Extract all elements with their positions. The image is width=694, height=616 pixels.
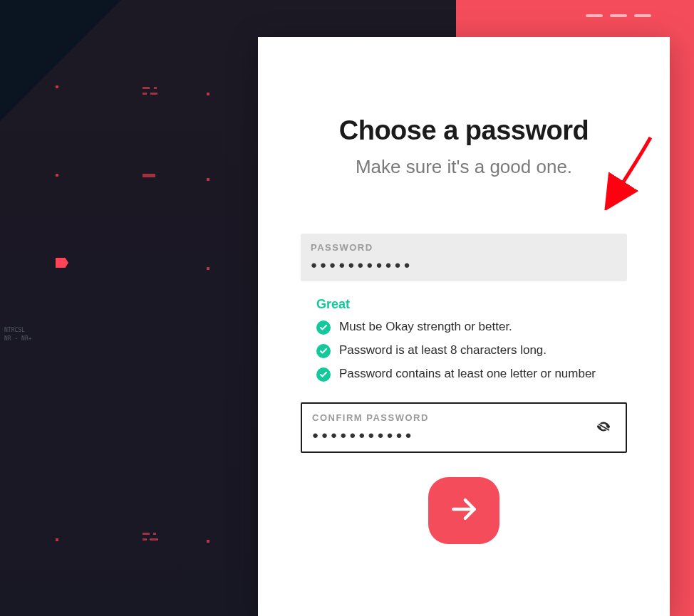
- check-icon: [316, 367, 331, 382]
- page-title: Choose a password: [301, 115, 627, 146]
- page-subtitle: Make sure it's a good one.: [301, 156, 627, 178]
- password-form-card: Choose a password Make sure it's a good …: [258, 37, 670, 616]
- progress-segment: [634, 14, 651, 17]
- password-rule: Must be Okay strength or better.: [316, 319, 627, 335]
- password-rule: Password contains at least one letter or…: [316, 366, 627, 382]
- arrow-right-icon: [448, 494, 480, 527]
- password-field[interactable]: PASSWORD: [301, 234, 627, 281]
- password-rule: Password is at least 8 characters long.: [316, 343, 627, 359]
- confirm-password-field[interactable]: CONFIRM PASSWORD: [301, 402, 627, 453]
- password-label: PASSWORD: [311, 242, 617, 253]
- check-icon: [316, 344, 331, 358]
- next-button[interactable]: [428, 477, 499, 544]
- progress-segment: [586, 14, 603, 17]
- progress-segment: [610, 14, 627, 17]
- progress-indicator: [586, 14, 651, 17]
- password-rule-text: Password is at least 8 characters long.: [339, 343, 547, 359]
- password-input[interactable]: [311, 259, 617, 271]
- eye-off-icon: [594, 419, 613, 437]
- confirm-password-input[interactable]: [312, 429, 587, 441]
- password-rule-text: Password contains at least one letter or…: [339, 366, 596, 382]
- strength-label: Great: [316, 297, 627, 312]
- password-strength-block: Great Must be Okay strength or better. P…: [301, 297, 627, 382]
- confirm-password-label: CONFIRM PASSWORD: [312, 412, 616, 423]
- toggle-password-visibility-button[interactable]: [593, 419, 614, 436]
- password-rule-text: Must be Okay strength or better.: [339, 319, 512, 335]
- check-icon: [316, 320, 331, 335]
